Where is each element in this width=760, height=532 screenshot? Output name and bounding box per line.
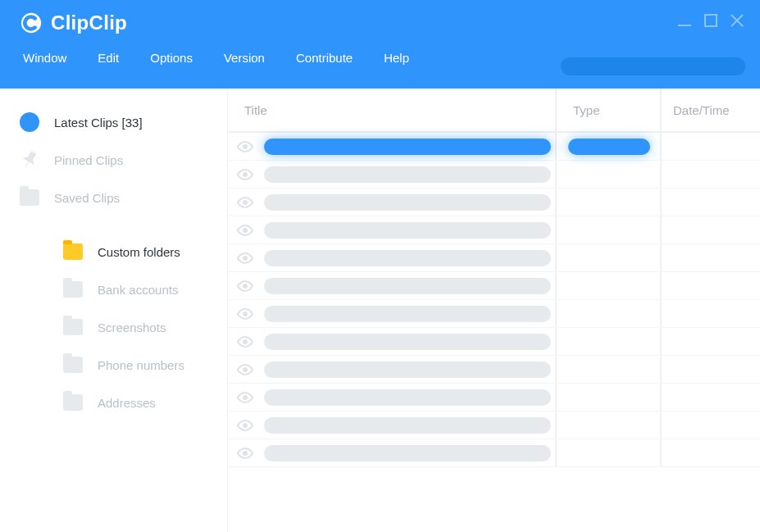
title-placeholder [264, 250, 551, 266]
type-placeholder [568, 139, 650, 155]
eye-icon[interactable] [236, 363, 254, 376]
svg-point-7 [243, 144, 248, 149]
cell-datetime [662, 439, 760, 466]
app-title: ClipClip [51, 11, 127, 34]
svg-point-18 [243, 451, 248, 456]
cell-title [228, 189, 557, 216]
cell-type [557, 244, 662, 271]
cell-type [557, 328, 662, 355]
cell-datetime [662, 189, 760, 216]
title-placeholder [264, 222, 551, 239]
sidebar-item-label: Bank accounts [98, 283, 178, 297]
header: ClipClip Window Edit Optio [0, 0, 760, 89]
menu-edit[interactable]: Edit [98, 51, 119, 65]
maximize-button[interactable] [703, 12, 719, 32]
column-header-datetime[interactable]: Date/Time [662, 89, 760, 131]
table-row[interactable] [228, 133, 760, 161]
svg-rect-3 [705, 15, 717, 26]
circle-icon [18, 111, 41, 134]
table-row[interactable] [228, 384, 760, 412]
pin-icon [18, 148, 41, 171]
cell-type [557, 356, 662, 383]
title-placeholder [264, 306, 551, 322]
eye-icon[interactable] [236, 447, 254, 460]
sidebar-item-screenshots[interactable]: Screenshots [0, 308, 227, 346]
eye-icon[interactable] [236, 280, 254, 293]
menu-options[interactable]: Options [150, 51, 193, 65]
eye-icon[interactable] [236, 335, 254, 348]
column-header-type[interactable]: Type [557, 89, 662, 131]
app-window: ClipClip Window Edit Optio [0, 0, 760, 532]
svg-point-6 [20, 112, 39, 132]
eye-icon[interactable] [236, 307, 254, 321]
sidebar-item-phone-numbers[interactable]: Phone numbers [0, 346, 227, 384]
table-row[interactable] [228, 300, 760, 328]
svg-point-14 [243, 339, 248, 344]
cell-type [557, 439, 662, 466]
table-row[interactable] [228, 356, 760, 384]
folder-icon [61, 240, 84, 263]
cell-datetime [662, 356, 760, 383]
table-header: Title Type Date/Time [228, 89, 760, 133]
title-placeholder [264, 139, 551, 155]
table-row[interactable] [228, 272, 760, 300]
table-row[interactable] [228, 244, 760, 272]
sidebar-item-saved-clips[interactable]: Saved Clips [0, 179, 227, 216]
svg-point-17 [243, 423, 248, 428]
folder-icon [18, 186, 41, 209]
svg-point-16 [243, 395, 248, 400]
cell-type [557, 272, 662, 299]
cell-type [557, 189, 662, 216]
svg-point-13 [243, 311, 248, 316]
cell-datetime [662, 216, 760, 243]
svg-point-8 [243, 172, 248, 177]
table-row[interactable] [228, 439, 760, 467]
clip-table: Title Type Date/Time [228, 89, 760, 532]
cell-title [228, 328, 557, 355]
close-button[interactable] [729, 12, 745, 32]
menu-window[interactable]: Window [23, 51, 66, 65]
eye-icon[interactable] [236, 419, 254, 432]
sidebar-item-label: Addresses [98, 396, 156, 410]
sidebar-item-label: Phone numbers [98, 358, 184, 372]
eye-icon[interactable] [236, 224, 254, 237]
search-input[interactable] [561, 57, 745, 75]
sidebar-item-latest-clips[interactable]: Latest Clips [33] [0, 103, 227, 141]
cell-title [228, 439, 557, 466]
cell-datetime [662, 412, 760, 439]
menu-version[interactable]: Version [224, 51, 265, 65]
svg-rect-1 [34, 17, 37, 20]
eye-icon[interactable] [236, 196, 254, 209]
table-row[interactable] [228, 328, 760, 356]
cell-title [228, 300, 557, 327]
cell-title [228, 161, 557, 188]
sidebar-item-bank-accounts[interactable]: Bank accounts [0, 271, 227, 308]
table-row[interactable] [228, 412, 760, 439]
table-row[interactable] [228, 216, 760, 244]
menu-help[interactable]: Help [384, 51, 409, 65]
column-header-title[interactable]: Title [228, 89, 557, 131]
eye-icon[interactable] [236, 391, 254, 404]
menu-contribute[interactable]: Contribute [296, 51, 353, 65]
title-placeholder [264, 417, 551, 434]
title-placeholder [264, 445, 551, 462]
eye-icon[interactable] [236, 168, 254, 181]
cell-datetime [662, 161, 760, 188]
folder-icon [61, 278, 84, 301]
eye-icon[interactable] [236, 252, 254, 265]
sidebar-item-addresses[interactable]: Addresses [0, 384, 227, 421]
eye-icon[interactable] [236, 140, 254, 153]
svg-point-15 [243, 367, 248, 372]
body: Latest Clips [33] Pinned Clips Saved Cli… [0, 89, 760, 532]
cell-datetime [662, 328, 760, 355]
sidebar-item-pinned-clips[interactable]: Pinned Clips [0, 141, 227, 179]
minimize-button[interactable] [676, 12, 693, 32]
table-row[interactable] [228, 189, 760, 216]
table-row[interactable] [228, 161, 760, 189]
sidebar-item-label: Pinned Clips [54, 153, 123, 167]
sidebar-item-custom-folders[interactable]: Custom folders [0, 233, 227, 271]
svg-point-11 [243, 256, 248, 261]
sidebar-item-label: Latest Clips [33] [54, 116, 143, 130]
cell-datetime [662, 133, 760, 160]
cell-title [228, 244, 557, 271]
